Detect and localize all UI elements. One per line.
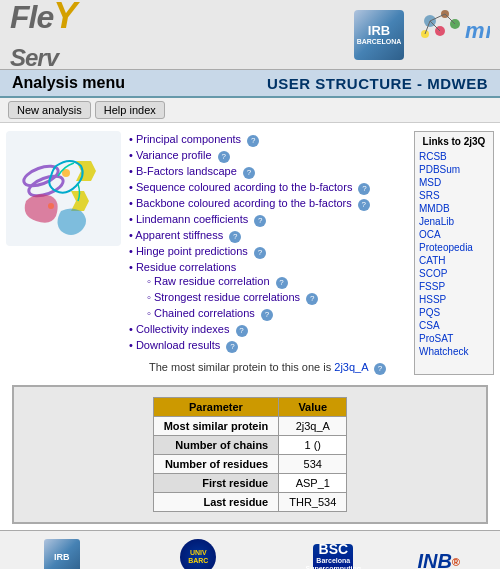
table-row: First residue ASP_1 <box>153 474 347 493</box>
link-cath[interactable]: CATH <box>419 255 489 266</box>
footer-inb-label: INB <box>417 550 451 569</box>
left-center-section: Principal components ? Variance profile … <box>6 131 406 375</box>
menu-link-download[interactable]: Download results <box>136 339 220 351</box>
help-icon-download[interactable]: ? <box>226 341 238 353</box>
menu-item-pca[interactable]: Principal components ? <box>129 133 406 147</box>
menu-item-variance[interactable]: Variance profile ? <box>129 149 406 163</box>
menu-item-strongest-corr[interactable]: Strongest residue correlations ? <box>147 291 406 305</box>
help-icon-variance[interactable]: ? <box>218 151 230 163</box>
nav-bar: New analysis Help index <box>0 98 500 123</box>
menu-item-seq-colour[interactable]: Sequence coloured acording to the b-fact… <box>129 181 406 195</box>
menu-link-lindemann[interactable]: Lindemann coefficients <box>136 213 248 225</box>
menu-item-collectivity[interactable]: Collectivity indexes ? <box>129 323 406 337</box>
footer-irb-text: IRB <box>54 552 70 562</box>
menu-link-backbone-colour[interactable]: Backbone coloured acording to the b-fact… <box>136 197 352 209</box>
help-index-button[interactable]: Help index <box>95 101 165 119</box>
footer-irb-badge: IRB <box>44 539 80 569</box>
menu-item-residue-corr[interactable]: Residue correlations Raw residue correla… <box>129 261 406 321</box>
footer-bsc-badge: BSC BarcelonaSupercomputingCenter <box>313 544 353 570</box>
menu-area: Principal components ? Variance profile … <box>129 131 406 375</box>
link-hssp[interactable]: HSSP <box>419 294 489 305</box>
help-icon-collectivity[interactable]: ? <box>236 325 248 337</box>
menu-item-bfactors-landscape[interactable]: B-Factors landscape ? <box>129 165 406 179</box>
link-proteopedia[interactable]: Proteopedia <box>419 242 489 253</box>
link-prosat[interactable]: ProSAT <box>419 333 489 344</box>
footer-ub-logo: UNIVBARC UNIVERSITAT DE BARCELONA <box>147 539 249 569</box>
irb-logo: IRB BARCELONA <box>354 10 404 60</box>
help-icon-backbone-colour[interactable]: ? <box>358 199 370 211</box>
link-jenalib[interactable]: JenaLib <box>419 216 489 227</box>
similar-protein-link[interactable]: 2j3q_A <box>334 361 368 373</box>
footer-ub-badge: UNIVBARC <box>180 539 216 569</box>
links-panel-title: Links to 2j3Q <box>419 136 489 147</box>
table-cell-param-2: Number of chains <box>153 436 279 455</box>
link-scop[interactable]: SCOP <box>419 268 489 279</box>
menu-item-backbone-colour[interactable]: Backbone coloured acording to the b-fact… <box>129 197 406 211</box>
mmb-decoration-svg: mmb <box>410 6 490 56</box>
table-cell-value-3: 534 <box>279 455 347 474</box>
menu-link-stiffness[interactable]: Apparent stiffness <box>135 229 223 241</box>
link-srs[interactable]: SRS <box>419 190 489 201</box>
analysis-menu-title: Analysis menu <box>12 74 125 92</box>
table-cell-param-3: Number of residues <box>153 455 279 474</box>
footer: IRB BARCELONA UNIVBARC UNIVERSITAT DE BA… <box>0 530 500 569</box>
footer-bsc-text: BSC <box>319 541 349 557</box>
footer-ub-text: UNIVBARC <box>186 547 210 566</box>
help-icon-stiffness[interactable]: ? <box>229 231 241 243</box>
menu-link-collectivity[interactable]: Collectivity indexes <box>136 323 230 335</box>
header: FleY Serv IRB BARCELONA mmb <box>0 0 500 70</box>
table-row: Number of chains 1 () <box>153 436 347 455</box>
link-pdbsum[interactable]: PDBSum <box>419 164 489 175</box>
title-bar: Analysis menu User structure - MDWeb <box>0 70 500 98</box>
mmb-logo: mmb <box>410 6 490 63</box>
user-structure-title: User structure - MDWeb <box>267 75 488 92</box>
link-fssp[interactable]: FSSP <box>419 281 489 292</box>
link-csa[interactable]: CSA <box>419 320 489 331</box>
table-row: Last residue THR_534 <box>153 493 347 512</box>
link-pqs[interactable]: PQS <box>419 307 489 318</box>
menu-link-bfactors-landscape[interactable]: B-Factors landscape <box>136 165 237 177</box>
menu-item-download[interactable]: Download results ? <box>129 339 406 353</box>
links-panel: Links to 2j3Q RCSB PDBSum MSD SRS MMDB J… <box>414 131 494 375</box>
results-table: Parameter Value Most similar protein 2j3… <box>153 397 348 512</box>
help-icon-raw-corr[interactable]: ? <box>276 277 288 289</box>
footer-inb-sup: ® <box>452 556 460 568</box>
link-oca[interactable]: OCA <box>419 229 489 240</box>
help-icon-pca[interactable]: ? <box>247 135 259 147</box>
help-icon-lindemann[interactable]: ? <box>254 215 266 227</box>
residue-corr-sub-list: Raw residue correlation ? Strongest resi… <box>129 275 406 321</box>
menu-item-raw-corr[interactable]: Raw residue correlation ? <box>147 275 406 289</box>
menu-item-chained-corr[interactable]: Chained correlations ? <box>147 307 406 321</box>
help-icon-chained-corr[interactable]: ? <box>261 309 273 321</box>
menu-link-variance[interactable]: Variance profile <box>136 149 212 161</box>
help-icon-seq-colour[interactable]: ? <box>358 183 370 195</box>
help-icon-similar[interactable]: ? <box>374 363 386 375</box>
link-whatcheck[interactable]: Whatcheck <box>419 346 489 357</box>
new-analysis-button[interactable]: New analysis <box>8 101 91 119</box>
footer-irb-logo: IRB BARCELONA <box>40 539 83 569</box>
help-icon-strongest-corr[interactable]: ? <box>306 293 318 305</box>
table-cell-value-5: THR_534 <box>279 493 347 512</box>
table-row: Number of residues 534 <box>153 455 347 474</box>
table-cell-value-2: 1 () <box>279 436 347 455</box>
irb-sublabel: BARCELONA <box>357 38 402 46</box>
table-cell-value-1: 2j3q_A <box>279 417 347 436</box>
help-icon-hinge[interactable]: ? <box>254 247 266 259</box>
menu-link-strongest-corr[interactable]: Strongest residue correlations <box>154 291 300 303</box>
menu-item-lindemann[interactable]: Lindemann coefficients ? <box>129 213 406 227</box>
link-rcsb[interactable]: RCSB <box>419 151 489 162</box>
menu-link-chained-corr[interactable]: Chained correlations <box>154 307 255 319</box>
protein-image-container <box>6 131 121 249</box>
link-mmdb[interactable]: MMDB <box>419 203 489 214</box>
menu-link-hinge[interactable]: Hinge point predictions <box>136 245 248 257</box>
menu-item-hinge[interactable]: Hinge point predictions ? <box>129 245 406 259</box>
menu-link-residue-corr[interactable]: Residue correlations <box>136 261 236 273</box>
flexserv-logo: FleY Serv <box>10 0 76 74</box>
link-msd[interactable]: MSD <box>419 177 489 188</box>
menu-link-pca[interactable]: Principal components <box>136 133 241 145</box>
menu-item-stiffness[interactable]: Apparent stiffness ? <box>129 229 406 243</box>
help-icon-bfactors-landscape[interactable]: ? <box>243 167 255 179</box>
menu-link-seq-colour[interactable]: Sequence coloured acording to the b-fact… <box>136 181 352 193</box>
logo-fle: Fle <box>10 0 53 35</box>
menu-link-raw-corr[interactable]: Raw residue correlation <box>154 275 270 287</box>
